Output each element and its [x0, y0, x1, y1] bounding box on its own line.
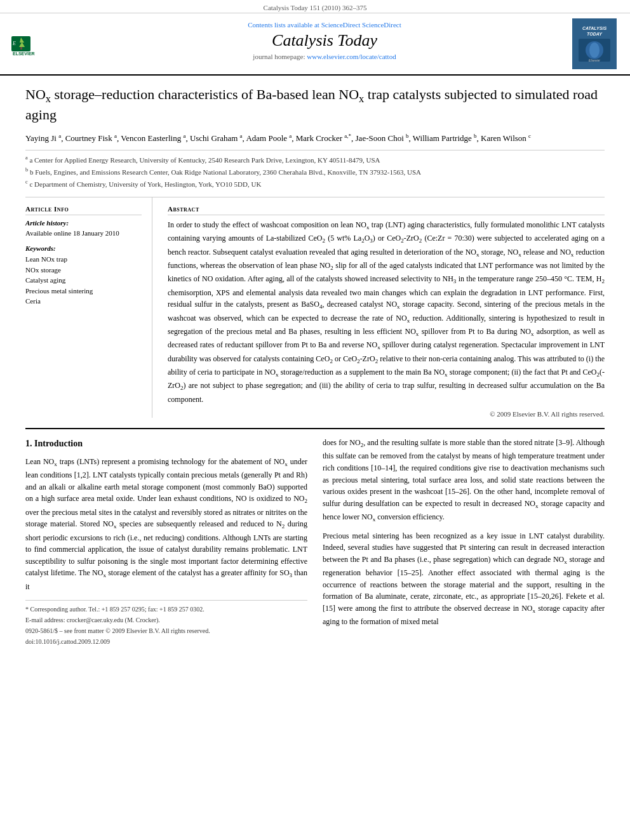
journal-header: ELSEVIER E Contents lists available at S… [0, 13, 630, 76]
journal-cover-area: CATALYSIS TODAY Elsevier [569, 18, 620, 69]
article-history: Article history: Available online 18 Jan… [25, 219, 142, 238]
svg-text:ELSEVIER: ELSEVIER [13, 51, 35, 56]
journal-title: Catalysis Today [93, 31, 556, 50]
available-online: Available online 18 January 2010 [25, 229, 142, 238]
journal-citation: Catalysis Today 151 (2010) 362–375 [264, 4, 367, 11]
authors-line: Yaying Ji a, Courtney Fisk a, Vencon Eas… [25, 131, 605, 145]
homepage-link[interactable]: www.elsevier.com/locate/cattod [307, 53, 396, 60]
abstract-column: Abstract In order to study the effect of… [168, 197, 605, 418]
svg-text:TODAY: TODAY [587, 32, 603, 36]
footnote-corresponding: * Corresponding author. Tel.: +1 859 257… [25, 604, 307, 614]
footnote-email: E-mail address: crocker@caer.uky.edu (M.… [25, 615, 307, 625]
svg-point-11 [589, 43, 600, 58]
sciencedirect-text: Contents lists available at ScienceDirec… [93, 21, 556, 29]
affiliations: a a Center for Applied Energy Research, … [25, 150, 605, 189]
keywords-list: Lean NOx trap NOx storage Catalyst aging… [25, 254, 142, 307]
intro-paragraph-1: Lean NOx traps (LNTs) represent a promis… [25, 456, 307, 592]
history-label: Article history: [25, 219, 142, 227]
svg-text:E: E [12, 41, 16, 46]
section-1-heading: 1. Introduction [25, 437, 307, 451]
keyword-3: Catalyst aging [25, 275, 142, 286]
keyword-4: Precious metal sintering [25, 286, 142, 297]
journal-cover-image: CATALYSIS TODAY Elsevier [572, 18, 617, 69]
abstract-label: Abstract [168, 205, 605, 215]
abstract-text: In order to study the effect of washcoat… [168, 219, 605, 405]
keyword-2: NOx storage [25, 265, 142, 276]
intro-paragraph-2: does for NO2, and the resulting sulfate … [323, 437, 605, 524]
body-left-column: 1. Introduction Lean NOx traps (LNTs) re… [25, 437, 307, 648]
body-content: 1. Introduction Lean NOx traps (LNTs) re… [25, 428, 605, 648]
affiliation-c: c c Department of Chemistry, University … [25, 178, 605, 189]
article-meta-section: Article Info Article history: Available … [25, 197, 605, 418]
footnotes: * Corresponding author. Tel.: +1 859 257… [25, 600, 307, 646]
keywords-label: Keywords: [25, 244, 142, 252]
keyword-5: Ceria [25, 296, 142, 307]
affiliation-b: b b Fuels, Engines, and Emissions Resear… [25, 166, 605, 177]
body-two-columns: 1. Introduction Lean NOx traps (LNTs) re… [25, 429, 605, 648]
copyright-notice: © 2009 Elsevier B.V. All rights reserved… [168, 410, 605, 418]
journal-bar: Catalysis Today 151 (2010) 362–375 [0, 0, 630, 13]
author-william-partridge: William Partridge [413, 134, 472, 143]
svg-rect-5 [20, 47, 22, 50]
article-info-label: Article Info [25, 205, 142, 215]
publisher-logo-area: ELSEVIER E [10, 18, 80, 69]
footnote-doi: doi:10.1016/j.cattod.2009.12.009 [25, 637, 307, 646]
article-content: NOx storage–reduction characteristics of… [0, 76, 630, 658]
svg-text:Elsevier: Elsevier [589, 58, 600, 62]
abstract-paragraph: In order to study the effect of washcoat… [168, 219, 605, 405]
keywords-section: Keywords: Lean NOx trap NOx storage Cata… [25, 244, 142, 307]
keyword-1: Lean NOx trap [25, 254, 142, 265]
svg-text:CATALYSIS: CATALYSIS [582, 26, 607, 30]
article-info-column: Article Info Article history: Available … [25, 197, 152, 418]
affiliation-a: a a Center for Applied Energy Research, … [25, 154, 605, 165]
article-title: NOx storage–reduction characteristics of… [25, 86, 605, 124]
journal-title-area: Contents lists available at ScienceDirec… [80, 18, 569, 69]
journal-homepage: journal homepage: www.elsevier.com/locat… [93, 53, 556, 60]
body-right-column: does for NO2, and the resulting sulfate … [323, 437, 605, 648]
intro-paragraph-3: Precious metal sintering has been recogn… [323, 530, 605, 628]
footnote-issn: 0920-5861/$ – see front matter © 2009 El… [25, 626, 307, 636]
elsevier-logo-icon: ELSEVIER E [10, 31, 61, 57]
